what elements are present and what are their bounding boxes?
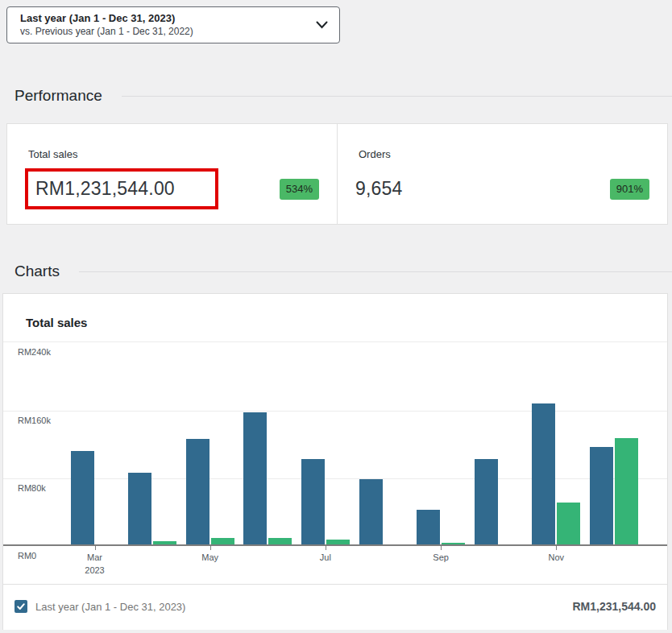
x-axis-label: Sep: [433, 551, 449, 564]
orders-card: Orders 9,654 901%: [337, 124, 667, 224]
chart-bar[interactable]: [590, 447, 613, 544]
gridline: [3, 478, 667, 479]
date-range-selector[interactable]: Last year (Jan 1 - Dec 31, 2023) vs. Pre…: [6, 6, 340, 43]
red-annotation-box: RM1,231,544.00: [25, 168, 218, 209]
checkmark-icon: [16, 602, 26, 611]
x-axis-sublabel: 2023: [85, 564, 104, 577]
chart-bar[interactable]: [186, 439, 209, 544]
chart-bar[interactable]: [557, 503, 580, 544]
x-axis-tick: [210, 546, 211, 550]
chart-bar[interactable]: [71, 451, 94, 544]
y-axis-label: RM80k: [18, 483, 46, 493]
chart-bar[interactable]: [532, 403, 555, 544]
date-range-secondary: vs. Previous year (Jan 1 - Dec 31, 2022): [20, 25, 316, 39]
x-axis-label: Jul: [320, 551, 331, 564]
y-axis-label: RM160k: [18, 416, 51, 425]
chart-title: Total sales: [3, 294, 667, 329]
x-axis-tick: [326, 546, 326, 550]
chart-bar[interactable]: [128, 473, 151, 544]
chart-bar[interactable]: [268, 538, 292, 544]
heading-divider: [79, 271, 672, 272]
orders-change-badge: 901%: [610, 179, 649, 200]
chart-legend: Last year (Jan 1 - Dec 31, 2023) RM1,231…: [3, 584, 667, 628]
chart-bar[interactable]: [475, 459, 498, 544]
x-axis-tick: [441, 546, 442, 550]
chevron-down-icon: [316, 21, 328, 29]
date-range-primary: Last year (Jan 1 - Dec 31, 2023): [20, 11, 316, 25]
orders-value: 9,654: [355, 178, 403, 200]
total-sales-chart-card: Total sales RM240kRM160kRM80k RM0Mar2023…: [2, 293, 668, 630]
legend-series-label[interactable]: Last year (Jan 1 - Dec 31, 2023): [35, 601, 185, 613]
performance-section-heading: Performance: [15, 87, 672, 105]
x-axis-label: Mar2023: [85, 551, 104, 577]
chart-bar[interactable]: [243, 412, 267, 544]
charts-heading-text: Charts: [15, 263, 60, 280]
total-sales-label: Total sales: [25, 124, 319, 160]
date-range-texts: Last year (Jan 1 - Dec 31, 2023) vs. Pre…: [20, 11, 316, 39]
chart-bar[interactable]: [359, 479, 383, 545]
performance-heading-text: Performance: [15, 87, 102, 105]
x-axis-label: May: [201, 551, 218, 564]
total-sales-value: RM1,231,544.00: [35, 178, 175, 200]
performance-cards: Total sales RM1,231,544.00 534% Orders 9…: [6, 123, 668, 225]
chart-plot: RM240kRM160kRM80k: [3, 341, 667, 546]
total-sales-change-badge: 534%: [280, 179, 319, 200]
legend-checkbox[interactable]: [15, 600, 27, 613]
orders-label: Orders: [355, 124, 649, 160]
y-axis-label-zero: RM0: [18, 551, 36, 561]
chart-xaxis: RM0Mar2023MayJulSepNov: [3, 546, 667, 584]
chart-bar[interactable]: [326, 540, 350, 544]
chart-bar[interactable]: [417, 510, 440, 544]
chart-bar[interactable]: [615, 438, 638, 544]
chart-bar[interactable]: [442, 543, 465, 544]
gridline: [3, 411, 667, 412]
total-sales-card: Total sales RM1,231,544.00 534%: [7, 124, 337, 224]
x-axis-tick: [556, 546, 557, 550]
chart-bar[interactable]: [301, 459, 325, 544]
chart-bar[interactable]: [153, 541, 176, 544]
x-axis-label: Nov: [549, 551, 565, 564]
charts-section-heading: Charts: [15, 263, 672, 280]
y-axis-label: RM240k: [18, 347, 51, 357]
x-axis-tick: [95, 546, 96, 550]
chart-bar[interactable]: [211, 538, 234, 544]
legend-series-total: RM1,231,544.00: [572, 600, 656, 613]
heading-divider: [122, 96, 672, 97]
